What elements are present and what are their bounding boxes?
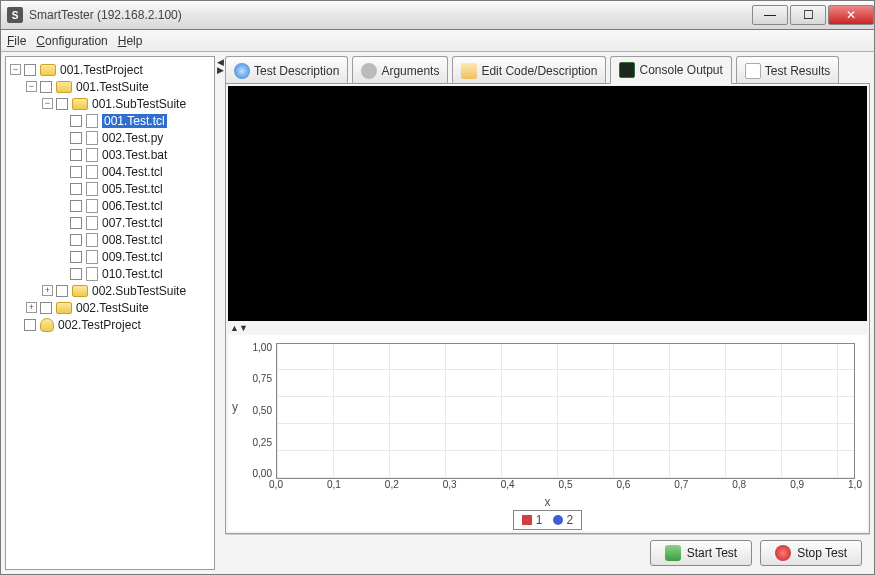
x-ticks: 0,0 0,1 0,2 0,3 0,4 0,5 0,6 0,7 0,8 0,9 …	[276, 479, 855, 495]
y-tick: 0,25	[253, 436, 272, 447]
horizontal-splitter[interactable]: ▲ ▼	[226, 323, 869, 333]
x-tick: 0,4	[501, 479, 515, 490]
chart-legend: 1 2	[228, 509, 867, 531]
start-test-button[interactable]: Start Test	[650, 540, 752, 566]
expand-icon[interactable]: +	[26, 302, 37, 313]
x-tick: 0,3	[443, 479, 457, 490]
tree-node-project[interactable]: 002.TestProject	[8, 316, 212, 333]
tree-node-file[interactable]: 003.Test.bat	[8, 146, 212, 163]
file-icon	[86, 250, 98, 264]
y-axis-label: y	[228, 335, 242, 479]
tree-node-file[interactable]: 010.Test.tcl	[8, 265, 212, 282]
tree-label: 001.TestSuite	[76, 80, 149, 94]
tab-console-output[interactable]: Console Output	[610, 56, 731, 84]
x-tick: 0,2	[385, 479, 399, 490]
tree-node-file[interactable]: 009.Test.tcl	[8, 248, 212, 265]
menu-file[interactable]: File	[7, 34, 26, 48]
x-tick: 0,0	[269, 479, 283, 490]
tree-node-file[interactable]: 007.Test.tcl	[8, 214, 212, 231]
tree-label: 001.SubTestSuite	[92, 97, 186, 111]
checkbox[interactable]	[70, 132, 82, 144]
file-icon	[86, 267, 98, 281]
x-tick: 0,9	[790, 479, 804, 490]
maximize-button[interactable]: ☐	[790, 5, 826, 25]
tree-node-file[interactable]: 006.Test.tcl	[8, 197, 212, 214]
checkbox[interactable]	[70, 200, 82, 212]
tree-node-file[interactable]: 002.Test.py	[8, 129, 212, 146]
checkbox[interactable]	[24, 64, 36, 76]
expand-icon[interactable]: −	[42, 98, 53, 109]
tree-node-subsuite[interactable]: − 001.SubTestSuite	[8, 95, 212, 112]
tab-test-results[interactable]: Test Results	[736, 56, 839, 84]
expand-icon[interactable]: −	[26, 81, 37, 92]
tab-label: Edit Code/Description	[481, 64, 597, 78]
menu-configuration[interactable]: Configuration	[36, 34, 107, 48]
tree-node-subsuite[interactable]: + 002.SubTestSuite	[8, 282, 212, 299]
tab-test-description[interactable]: Test Description	[225, 56, 348, 84]
chart-grid[interactable]	[276, 343, 855, 479]
tab-arguments[interactable]: Arguments	[352, 56, 448, 84]
checkbox[interactable]	[70, 251, 82, 263]
console-output[interactable]	[228, 86, 867, 321]
title-bar: S SmartTester (192.168.2.100) — ☐ ✕	[0, 0, 875, 30]
checkbox[interactable]	[70, 234, 82, 246]
checkbox[interactable]	[56, 98, 68, 110]
tree-node-file[interactable]: 008.Test.tcl	[8, 231, 212, 248]
checkbox[interactable]	[56, 285, 68, 297]
checkbox[interactable]	[24, 319, 36, 331]
tab-bar: Test Description Arguments Edit Code/Des…	[225, 56, 870, 84]
close-button[interactable]: ✕	[828, 5, 874, 25]
checkbox[interactable]	[70, 149, 82, 161]
expand-icon[interactable]: −	[10, 64, 21, 75]
tree-node-file[interactable]: 004.Test.tcl	[8, 163, 212, 180]
tree-label: 008.Test.tcl	[102, 233, 163, 247]
checkbox[interactable]	[70, 268, 82, 280]
tree-label: 001.TestProject	[60, 63, 143, 77]
console-icon	[619, 62, 635, 78]
file-icon	[86, 233, 98, 247]
tree-label: 004.Test.tcl	[102, 165, 163, 179]
tree-node-suite[interactable]: − 001.TestSuite	[8, 78, 212, 95]
button-label: Stop Test	[797, 546, 847, 560]
tab-label: Console Output	[639, 63, 722, 77]
expand-icon[interactable]: +	[42, 285, 53, 296]
checkbox[interactable]	[70, 217, 82, 229]
y-tick: 0,50	[253, 404, 272, 415]
checkbox[interactable]	[70, 115, 82, 127]
minimize-button[interactable]: —	[752, 5, 788, 25]
checkbox[interactable]	[40, 302, 52, 314]
vertical-splitter[interactable]: ◀ ▶	[217, 52, 223, 574]
tree-label: 009.Test.tcl	[102, 250, 163, 264]
y-tick: 1,00	[253, 341, 272, 352]
tree-node-file[interactable]: 005.Test.tcl	[8, 180, 212, 197]
tab-edit-code[interactable]: Edit Code/Description	[452, 56, 606, 84]
tree-node-project[interactable]: − 001.TestProject	[8, 61, 212, 78]
tree-label: 001.Test.tcl	[102, 114, 167, 128]
x-axis-label: x	[228, 495, 867, 509]
plot-area: y 1,00 0,75 0,50 0,25 0,00	[228, 335, 867, 479]
results-icon	[745, 63, 761, 79]
file-icon	[86, 165, 98, 179]
file-icon	[86, 182, 98, 196]
tree-node-file[interactable]: 001.Test.tcl	[8, 112, 212, 129]
y-tick: 0,00	[253, 468, 272, 479]
folder-icon	[72, 98, 88, 110]
checkbox[interactable]	[70, 166, 82, 178]
tree-panel[interactable]: − 001.TestProject − 001.TestSuite − 001.…	[5, 56, 215, 570]
chart-area: y 1,00 0,75 0,50 0,25 0,00 0,0 0,1 0,2 0…	[228, 335, 867, 531]
edit-icon	[461, 63, 477, 79]
stop-test-button[interactable]: Stop Test	[760, 540, 862, 566]
x-tick: 0,6	[616, 479, 630, 490]
checkbox[interactable]	[70, 183, 82, 195]
checkbox[interactable]	[40, 81, 52, 93]
info-icon	[234, 63, 250, 79]
chevron-up-icon: ▲	[230, 323, 239, 333]
gear-icon	[361, 63, 377, 79]
folder-icon	[40, 64, 56, 76]
tree-label: 002.TestSuite	[76, 301, 149, 315]
x-tick: 1,0	[848, 479, 862, 490]
chevron-right-icon: ▶	[217, 66, 224, 74]
right-panel: Test Description Arguments Edit Code/Des…	[225, 56, 870, 570]
menu-help[interactable]: Help	[118, 34, 143, 48]
tree-node-suite[interactable]: + 002.TestSuite	[8, 299, 212, 316]
